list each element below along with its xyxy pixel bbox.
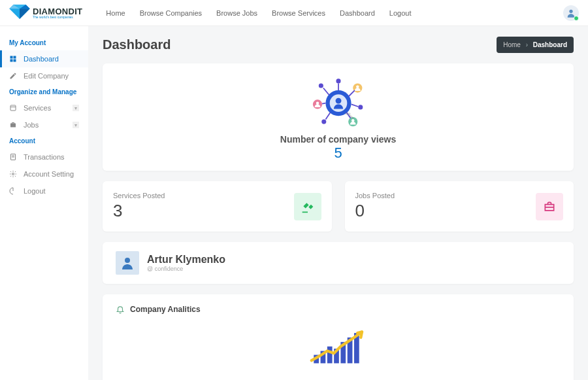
sidebar-item-edit-company[interactable]: Edit Company bbox=[0, 67, 88, 84]
sidebar-item-label: Account Setting bbox=[24, 170, 74, 178]
sidebar-item-jobs[interactable]: Jobs ▾ bbox=[0, 116, 88, 133]
sidebar-item-label: Edit Company bbox=[24, 72, 69, 80]
svg-rect-10 bbox=[10, 105, 16, 111]
svg-point-5 bbox=[569, 9, 572, 12]
user-icon bbox=[566, 8, 576, 18]
svg-point-15 bbox=[12, 173, 14, 175]
logout-icon bbox=[9, 187, 17, 195]
profile-handle: @ confidence bbox=[147, 266, 225, 272]
sidebar-item-label: Jobs bbox=[24, 121, 39, 129]
briefcase-icon bbox=[536, 193, 563, 220]
svg-point-23 bbox=[358, 105, 363, 109]
svg-point-20 bbox=[336, 78, 340, 83]
company-analytics-card: Company Analitics Data Collection for Gr… bbox=[103, 294, 574, 380]
gavel-icon bbox=[294, 193, 321, 220]
svg-rect-8 bbox=[10, 60, 13, 62]
bar-chart-icon bbox=[309, 330, 368, 369]
svg-line-36 bbox=[323, 88, 329, 95]
profile-avatar-icon bbox=[116, 251, 139, 275]
svg-rect-6 bbox=[10, 56, 13, 59]
nav-browse-jobs[interactable]: Browse Jobs bbox=[216, 9, 257, 17]
services-icon bbox=[9, 104, 17, 112]
diamond-logo-icon bbox=[9, 5, 30, 22]
sidebar-group-organize: Organize and Manage bbox=[0, 84, 88, 99]
svg-rect-9 bbox=[14, 60, 16, 62]
nav-dashboard[interactable]: Dashboard bbox=[340, 9, 375, 17]
sidebar-item-account-setting[interactable]: Account Setting bbox=[0, 165, 88, 182]
top-header: DIAMONDIT The world's best companies Hom… bbox=[0, 0, 588, 26]
user-avatar[interactable] bbox=[563, 5, 579, 21]
edit-icon bbox=[9, 72, 17, 80]
svg-rect-7 bbox=[14, 56, 16, 59]
bell-icon bbox=[116, 305, 125, 314]
dashboard-icon bbox=[9, 55, 17, 63]
sidebar-item-services[interactable]: Services ▾ bbox=[0, 99, 88, 116]
svg-point-28 bbox=[316, 101, 318, 104]
svg-point-29 bbox=[318, 83, 323, 88]
company-views-label: Number of company views bbox=[116, 134, 561, 145]
nav-browse-services[interactable]: Browse Services bbox=[272, 9, 325, 17]
svg-line-31 bbox=[349, 90, 355, 96]
svg-point-39 bbox=[125, 258, 130, 263]
jobs-posted-value: 0 bbox=[355, 201, 395, 221]
sidebar-group-account: Account bbox=[0, 133, 88, 148]
jobs-posted-card: Jobs Posted 0 bbox=[345, 181, 574, 232]
breadcrumb: Home › Dashboard bbox=[497, 37, 574, 53]
sidebar-item-transactions[interactable]: Transactions bbox=[0, 148, 88, 165]
sidebar-item-label: Dashboard bbox=[24, 55, 59, 63]
sidebar-item-label: Services bbox=[24, 104, 51, 112]
company-views-value: 5 bbox=[116, 145, 561, 162]
profile-card: Artur Klymenko @ confidence bbox=[103, 242, 574, 284]
profile-name: Artur Klymenko bbox=[147, 254, 225, 266]
top-nav: Home Browse Companies Browse Jobs Browse… bbox=[106, 9, 411, 17]
sidebar-item-logout[interactable]: Logout bbox=[0, 182, 88, 199]
svg-point-25 bbox=[351, 119, 354, 122]
svg-marker-4 bbox=[20, 9, 30, 19]
sidebar: My Account Dashboard Edit Company Organi… bbox=[0, 26, 88, 380]
analytics-title: Company Analitics bbox=[130, 305, 201, 314]
breadcrumb-home[interactable]: Home bbox=[503, 41, 521, 48]
settings-icon bbox=[9, 170, 17, 178]
chevron-down-icon: ▾ bbox=[73, 105, 79, 111]
breadcrumb-separator: › bbox=[526, 41, 528, 48]
svg-line-34 bbox=[325, 112, 330, 120]
breadcrumb-current: Dashboard bbox=[533, 41, 567, 48]
page-title: Dashboard bbox=[103, 37, 171, 52]
company-views-card: Number of company views 5 bbox=[103, 63, 574, 171]
nav-browse-companies[interactable]: Browse Companies bbox=[140, 9, 202, 17]
svg-point-19 bbox=[335, 98, 341, 104]
svg-rect-42 bbox=[327, 347, 332, 364]
services-posted-value: 3 bbox=[113, 201, 165, 221]
svg-point-22 bbox=[356, 86, 359, 88]
nav-home[interactable]: Home bbox=[106, 9, 125, 17]
nav-logout[interactable]: Logout bbox=[389, 9, 412, 17]
svg-point-26 bbox=[321, 120, 326, 124]
svg-line-32 bbox=[351, 104, 358, 107]
network-icon bbox=[309, 75, 368, 128]
sidebar-group-my-account: My Account bbox=[0, 35, 88, 50]
chevron-down-icon: ▾ bbox=[73, 122, 79, 128]
svg-line-35 bbox=[322, 103, 325, 104]
services-posted-label: Services Posted bbox=[113, 192, 165, 199]
transactions-icon bbox=[9, 153, 17, 161]
sidebar-item-dashboard[interactable]: Dashboard bbox=[0, 50, 88, 67]
logo[interactable]: DIAMONDIT The world's best companies bbox=[9, 5, 82, 22]
main-content: Dashboard Home › Dashboard bbox=[88, 26, 588, 380]
jobs-icon bbox=[9, 121, 17, 129]
sidebar-item-label: Logout bbox=[24, 187, 46, 195]
services-posted-card: Services Posted 3 bbox=[103, 181, 332, 232]
jobs-posted-label: Jobs Posted bbox=[355, 192, 395, 199]
sidebar-item-label: Transactions bbox=[24, 153, 65, 161]
